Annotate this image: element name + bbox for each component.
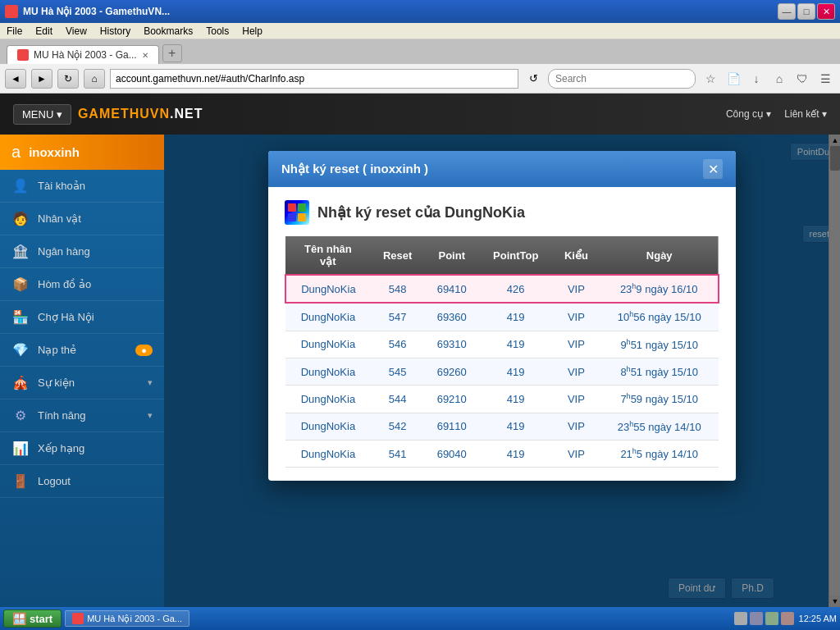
header-congu-link[interactable]: Công cụ ▾ [726, 108, 771, 120]
cell-point: 69360 [424, 303, 479, 331]
home-button[interactable]: ⌂ [84, 69, 105, 89]
tray-icon-4 [781, 612, 794, 625]
sidebar-label-logout: Logout [38, 475, 71, 487]
amazon-icon: a [11, 143, 21, 162]
cell-kieu: VIP [552, 331, 600, 358]
cell-kieu: VIP [552, 386, 600, 413]
modal-title: Nhật ký reset ( inoxxinh ) [281, 162, 428, 176]
taskbar: 🪟 start MU Hà Nội 2003 - Ga... 12:25 AM [0, 607, 840, 630]
back-button[interactable]: ◄ [5, 69, 26, 89]
modal-header: Nhật ký reset ( inoxxinh ) ✕ [268, 151, 736, 187]
close-button[interactable]: ✕ [817, 3, 835, 20]
cell-reset: 547 [371, 303, 425, 331]
cell-kieu: VIP [552, 303, 600, 331]
header-lienket-link[interactable]: Liên kết ▾ [784, 108, 827, 120]
sidebar-item-homdoao[interactable]: 📦 Hòm đồ ảo [0, 268, 164, 301]
minimize-button[interactable]: — [778, 3, 796, 20]
site-header: MENU ▾ GAMETHUVN.NET Công cụ ▾ Liên kết … [0, 94, 840, 135]
active-tab[interactable]: MU Hà Nội 2003 - Ga... ✕ [7, 45, 159, 64]
menu-bar: File Edit View History Bookmarks Tools H… [0, 23, 840, 39]
diamond-icon: 💎 [11, 342, 30, 358]
table-row: DungNoKia54269110419VIP23h55 ngày 14/10 [285, 413, 719, 440]
col-tennhanvat: Tên nhânvật [285, 236, 371, 275]
table-row: DungNoKia54669310419VIP9h51 ngày 15/10 [285, 331, 719, 358]
address-input[interactable] [110, 69, 518, 89]
col-reset: Reset [371, 236, 425, 275]
cell-ngay: 7h59 ngày 15/10 [600, 386, 719, 413]
table-row: DungNoKia54169040419VIP21h5 ngày 14/10 [285, 440, 719, 467]
cell-ngay: 23h9 ngày 16/10 [600, 275, 719, 303]
menu-view[interactable]: View [62, 25, 90, 37]
tab-bar: MU Hà Nội 2003 - Ga... ✕ + [0, 39, 840, 64]
sidebar-user-row[interactable]: a inoxxinh [0, 135, 164, 170]
search-input[interactable] [548, 69, 696, 89]
sidebar-username: inoxxinh [29, 145, 80, 159]
tab-favicon [17, 49, 29, 61]
cell-pointtop: 419 [479, 303, 552, 331]
refresh-button[interactable]: ↻ [57, 69, 79, 89]
forward-button[interactable]: ► [31, 69, 52, 89]
start-icon: 🪟 [12, 612, 26, 625]
address-bar: ◄ ► ↻ ⌂ ↺ ☆ 📄 ↓ ⌂ 🛡 ☰ [0, 64, 840, 94]
menu-toggle-button[interactable]: MENU ▾ [13, 104, 71, 125]
cell-ngay: 8h51 ngày 15/10 [600, 358, 719, 385]
new-tab-button[interactable]: + [162, 44, 182, 62]
menu-tools[interactable]: Tools [203, 25, 232, 37]
reader-icon[interactable]: 📄 [724, 69, 743, 89]
sidebar-item-nganhang[interactable]: 🏦 Ngân hàng [0, 235, 164, 268]
modal: Nhật ký reset ( inoxxinh ) ✕ [268, 151, 736, 481]
cell-kieu: VIP [552, 275, 600, 303]
sidebar-item-xephang[interactable]: 📊 Xếp hạng [0, 432, 164, 465]
cell-reset: 545 [371, 358, 425, 385]
sidebar-item-cho[interactable]: 🏪 Chợ Hà Nội [0, 301, 164, 334]
cell-kieu: VIP [552, 358, 600, 385]
cell-pointtop: 426 [479, 275, 552, 303]
cell-kieu: VIP [552, 440, 600, 467]
reload-icon[interactable]: ↺ [523, 69, 543, 89]
cell-pointtop: 419 [479, 358, 552, 385]
shield-icon[interactable]: 🛡 [792, 69, 812, 89]
menu-history[interactable]: History [97, 25, 134, 37]
modal-body: Nhật ký reset của DungNoKia Tên nhânvật … [268, 187, 736, 481]
cell-reset: 541 [371, 440, 425, 467]
download-icon[interactable]: ↓ [746, 69, 766, 89]
browser-favicon [5, 5, 18, 18]
sidebar-item-nhanvat[interactable]: 🧑 Nhân vật [0, 203, 164, 235]
taskbar-item-browser[interactable]: MU Hà Nội 2003 - Ga... [65, 610, 189, 627]
menu-file[interactable]: File [3, 25, 25, 37]
menu-icon[interactable]: ☰ [815, 69, 835, 89]
cell-point: 69210 [424, 386, 479, 413]
cell-name: DungNoKia [285, 386, 371, 413]
sidebar-item-taikhoan[interactable]: 👤 Tài khoản [0, 170, 164, 203]
site-logo: GAMETHUVN.NET [78, 107, 203, 121]
modal-close-button[interactable]: ✕ [703, 159, 723, 179]
start-button[interactable]: 🪟 start [3, 609, 62, 628]
sidebar-item-tinhnang[interactable]: ⚙ Tính năng ▾ [0, 399, 164, 432]
home-icon[interactable]: ⌂ [769, 69, 789, 89]
cell-name: DungNoKia [285, 275, 371, 303]
cell-ngay: 10h56 ngày 15/10 [600, 303, 719, 331]
modal-overlay: Nhật ký reset ( inoxxinh ) ✕ [164, 135, 840, 607]
reset-table: Tên nhânvật Reset Point PointTop Kiểu Ng… [285, 236, 719, 468]
cell-reset: 542 [371, 413, 425, 440]
cell-reset: 546 [371, 331, 425, 358]
menu-edit[interactable]: Edit [32, 25, 56, 37]
cell-reset: 544 [371, 386, 425, 413]
cell-name: DungNoKia [285, 440, 371, 467]
sukien-arrow: ▾ [148, 377, 153, 388]
maximize-button[interactable]: □ [797, 3, 815, 20]
tab-close-icon[interactable]: ✕ [142, 51, 148, 60]
sidebar-item-sukien[interactable]: 🎪 Sự kiện ▾ [0, 367, 164, 399]
col-kieu: Kiểu [552, 236, 600, 275]
cell-name: DungNoKia [285, 413, 371, 440]
sidebar-item-napthe[interactable]: 💎 Nạp thẻ ● [0, 334, 164, 367]
tray-icon-2 [750, 612, 763, 625]
main-area: PointDu reset Nhật ký reset ( inoxxinh )… [164, 135, 840, 607]
napthe-badge: ● [135, 345, 153, 356]
sidebar-item-logout[interactable]: 🚪 Logout [0, 465, 164, 498]
menu-help[interactable]: Help [239, 25, 266, 37]
bookmark-star-icon[interactable]: ☆ [701, 69, 720, 89]
cell-pointtop: 419 [479, 413, 552, 440]
menu-bookmarks[interactable]: Bookmarks [140, 25, 196, 37]
sidebar-label-xephang: Xếp hạng [38, 442, 84, 454]
